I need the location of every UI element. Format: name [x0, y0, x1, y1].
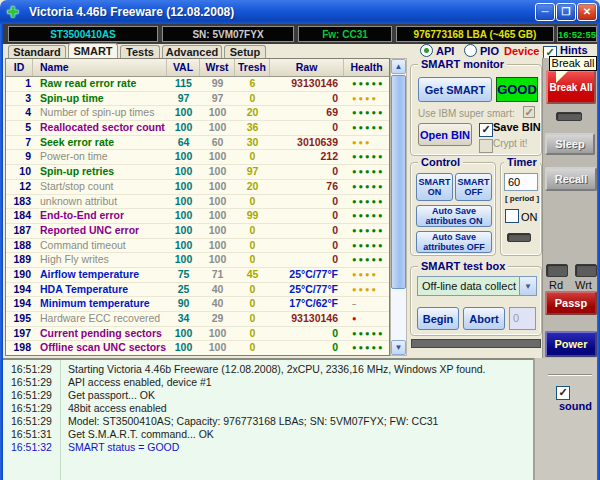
smart-off-button[interactable]: SMART OFF — [455, 173, 492, 201]
sound-check-icon: ✓ — [556, 386, 570, 400]
cell-name: Reallocated sector count — [33, 121, 167, 135]
cell-tresh: 99 — [235, 209, 270, 223]
cell-wrst: 60 — [200, 136, 235, 150]
cell-raw: 3010639 — [270, 136, 344, 150]
table-row[interactable]: 5Reallocated sector count100100360●●●●● — [6, 121, 389, 136]
sound-label: sound — [559, 400, 592, 412]
table-row[interactable]: 198Offline scan UNC sectors10010000●●●●● — [6, 341, 389, 356]
timer-period-input[interactable]: 60 — [504, 173, 538, 191]
column-header-raw[interactable]: Raw — [270, 59, 344, 76]
table-row[interactable]: 9Power-on time1001000212●●●●● — [6, 150, 389, 165]
sound-checkbox[interactable]: ✓ sound — [556, 384, 600, 412]
table-row[interactable]: 10Spin-up retries100100970●●●●● — [6, 165, 389, 180]
column-header-tresh[interactable]: Tresh — [235, 59, 270, 76]
cell-wrst: 100 — [200, 195, 235, 209]
passport-button[interactable]: Passp — [545, 291, 597, 315]
smart-monitor-title: SMART monitor — [418, 58, 507, 70]
column-header-name[interactable]: Name — [33, 59, 167, 76]
minimize-button[interactable]: ─ — [535, 3, 555, 21]
tab-advanced[interactable]: Advanced — [162, 45, 222, 58]
begin-button[interactable]: Begin — [417, 307, 459, 330]
scroll-down-icon[interactable]: ▼ — [391, 340, 406, 355]
close-button[interactable]: ✕ — [577, 3, 597, 21]
tab-standard[interactable]: Standard — [8, 45, 66, 58]
api-radio[interactable]: API — [420, 44, 454, 57]
cell-name: Minimum temperature — [33, 297, 167, 311]
table-row[interactable]: 195Hardware ECC recovered3429093130146● — [6, 312, 389, 327]
table-row[interactable]: 190Airflow temperature75714525°C/77°F●●●… — [6, 268, 389, 283]
tab-smart[interactable]: SMART — [68, 43, 118, 58]
column-header-health[interactable]: Health — [344, 59, 389, 76]
open-bin-button[interactable]: Open BIN — [418, 123, 472, 146]
cell-health: ●●●●● — [344, 341, 389, 355]
maximize-button[interactable]: ❐ — [556, 3, 576, 21]
combo-dropdown-icon[interactable]: ▼ — [519, 277, 536, 295]
hints-label: Hints — [560, 44, 588, 56]
recall-button[interactable]: Recall — [545, 167, 597, 191]
table-row[interactable]: 7Seek error rate6460303010639●●● — [6, 136, 389, 151]
cell-raw: 212 — [270, 150, 344, 164]
table-row[interactable]: 183unknown attribut10010000●●●●● — [6, 195, 389, 210]
scrollbar-thumb[interactable] — [391, 75, 406, 289]
log-line: 16:51:2948bit access enabled — [3, 402, 533, 415]
tab-tests[interactable]: Tests — [120, 45, 160, 58]
break-all-label: Break All — [550, 82, 593, 93]
table-row[interactable]: 1Raw read error rate11599693130146●●●●● — [6, 77, 389, 92]
crypt-it-label: Crypt it! — [493, 138, 527, 149]
column-header-id[interactable]: ID — [6, 59, 33, 76]
cell-name: Current pending sectors — [33, 327, 167, 341]
cell-val: 100 — [167, 239, 200, 253]
cell-tresh: 0 — [235, 224, 270, 238]
test-select[interactable]: Off-line data collect ▼ — [417, 276, 537, 296]
cell-tresh: 30 — [235, 136, 270, 150]
sleep-button[interactable]: Sleep — [545, 133, 595, 155]
cell-val: 64 — [167, 136, 200, 150]
cell-wrst: 100 — [200, 121, 235, 135]
smart-test-box-title: SMART test box — [418, 260, 508, 272]
table-row[interactable]: 184End-to-End error100100990●●●●● — [6, 209, 389, 224]
crypt-it-checkbox[interactable]: ✓Crypt it! — [479, 137, 527, 153]
table-row[interactable]: 4Number of spin-up times1001002069●●●●● — [6, 106, 389, 121]
table-row[interactable]: 188Command timeout10010000●●●●● — [6, 239, 389, 254]
cell-name: Offline scan UNC sectors — [33, 341, 167, 355]
pio-radio[interactable]: PIO — [464, 44, 499, 57]
cell-health: ●●●●● — [344, 150, 389, 164]
cell-wrst: 100 — [200, 224, 235, 238]
table-row[interactable]: 189High Fly writes10010000●●●●● — [6, 253, 389, 268]
get-smart-button[interactable]: Get SMART — [418, 77, 492, 102]
cell-wrst: 29 — [200, 312, 235, 326]
timer-indicator — [507, 233, 531, 242]
table-row[interactable]: 197Current pending sectors10010000●●●●● — [6, 327, 389, 342]
cell-wrst: 100 — [200, 150, 235, 164]
autosave-off-button[interactable]: Auto Save attributes OFF — [416, 231, 492, 253]
title-bar[interactable]: ✚ Victoria 4.46b Freeware (12.08.2008) — [0, 0, 600, 24]
cell-val: 100 — [167, 165, 200, 179]
break-all-button[interactable]: Break All — [546, 70, 596, 104]
cell-val: 115 — [167, 77, 200, 91]
column-header-wrst[interactable]: Wrst — [200, 59, 235, 76]
cell-val: 100 — [167, 150, 200, 164]
cell-name: unknown attribut — [33, 195, 167, 209]
scroll-up-icon[interactable]: ▲ — [391, 59, 406, 74]
table-row[interactable]: 194Minimum temperature9040017°C/62°F– — [6, 297, 389, 312]
cell-wrst: 71 — [200, 268, 235, 282]
save-bin-checkbox[interactable]: ✓Save BIN — [479, 121, 541, 137]
power-button[interactable]: Power — [545, 331, 597, 357]
table-row[interactable]: 187Reported UNC error10010000●●●●● — [6, 224, 389, 239]
smart-on-button[interactable]: SMART ON — [416, 173, 453, 201]
crypt-it-check-icon: ✓ — [479, 139, 493, 153]
cell-raw: 0 — [270, 224, 344, 238]
tab-setup[interactable]: Setup — [224, 45, 266, 58]
table-row[interactable]: 12Start/stop count1001002076●●●●● — [6, 180, 389, 195]
autosave-on-button[interactable]: Auto Save attributes ON — [416, 205, 492, 227]
timer-on-checkbox[interactable]: ON — [505, 209, 538, 223]
table-scrollbar[interactable]: ▲ ▼ — [390, 58, 407, 356]
table-row[interactable]: 3Spin-up time979700●●●● — [6, 92, 389, 107]
cell-id: 184 — [6, 209, 33, 223]
use-ibm-checkbox[interactable]: ✓ — [523, 106, 535, 118]
table-row[interactable]: 194HDA Temperature2540025°C/77°F●●●● — [6, 283, 389, 298]
control-title: Control — [418, 156, 463, 168]
column-header-val[interactable]: VAL — [167, 59, 200, 76]
cell-tresh: 0 — [235, 312, 270, 326]
abort-button[interactable]: Abort — [463, 307, 505, 330]
